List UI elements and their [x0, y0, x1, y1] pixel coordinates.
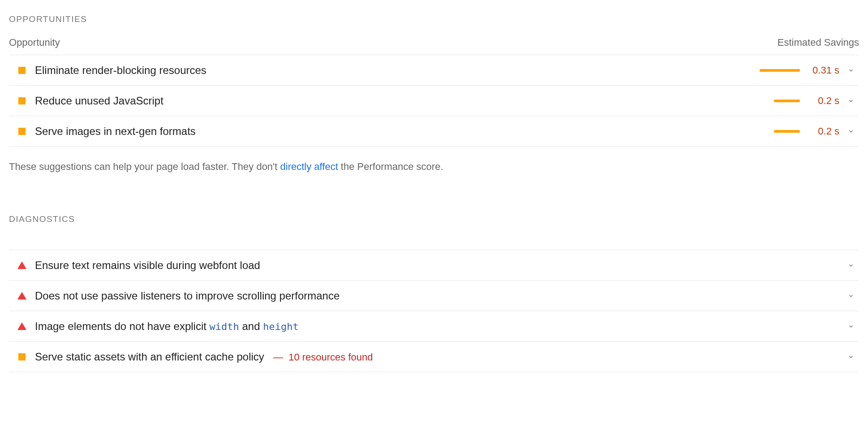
- savings-bar: [760, 69, 800, 72]
- severity-square-icon: [9, 353, 35, 360]
- code-token: width: [210, 321, 239, 332]
- opportunity-label: Reduce unused JavaScript: [35, 95, 760, 107]
- code-token: height: [263, 321, 298, 332]
- savings-value: 0.2 s: [808, 126, 839, 137]
- diagnostic-label-pre: Image elements do not have explicit: [35, 320, 210, 332]
- opportunity-row[interactable]: Eliminate render-blocking resources0.31 …: [9, 55, 859, 86]
- diagnostic-title: Does not use passive listeners to improv…: [35, 290, 843, 302]
- col-savings-label: Estimated Savings: [778, 37, 859, 48]
- savings-bar: [760, 130, 800, 133]
- diagnostic-title: Ensure text remains visible during webfo…: [35, 259, 843, 272]
- opportunity-row[interactable]: Reduce unused JavaScript0.2 s: [9, 86, 859, 116]
- diagnostic-row[interactable]: Serve static assets with an efficient ca…: [9, 342, 859, 372]
- savings-bar: [760, 100, 800, 102]
- chevron-down-icon[interactable]: [843, 262, 859, 269]
- opportunities-footnote: These suggestions can help your page loa…: [9, 159, 859, 174]
- diagnostics-header-divider: [9, 237, 859, 250]
- savings-cell: 0.31 s: [760, 65, 839, 76]
- diagnostic-label: Does not use passive listeners to improv…: [35, 290, 339, 302]
- severity-triangle-icon: [9, 261, 35, 269]
- footnote-post: the Performance score.: [338, 161, 443, 172]
- diagnostics-heading: DIAGNOSTICS: [9, 214, 859, 224]
- savings-value: 0.31 s: [808, 65, 839, 76]
- opportunity-label: Serve images in next-gen formats: [35, 125, 760, 138]
- savings-cell: 0.2 s: [760, 126, 839, 137]
- suffix-dash: —: [273, 352, 283, 363]
- suffix-text: 10 resources found: [288, 352, 373, 363]
- footnote-pre: These suggestions can help your page loa…: [9, 161, 280, 172]
- severity-square-icon: [9, 97, 35, 104]
- diagnostic-title: Image elements do not have explicit widt…: [35, 320, 843, 333]
- severity-square-icon: [9, 67, 35, 74]
- diagnostic-row[interactable]: Image elements do not have explicit widt…: [9, 311, 859, 342]
- severity-square-icon: [9, 128, 35, 135]
- savings-cell: 0.2 s: [760, 95, 839, 107]
- savings-value: 0.2 s: [808, 95, 839, 107]
- diagnostic-suffix: — 10 resources found: [268, 352, 373, 363]
- chevron-down-icon[interactable]: [843, 323, 859, 330]
- diagnostic-row[interactable]: Ensure text remains visible during webfo…: [9, 250, 859, 281]
- chevron-down-icon[interactable]: [843, 67, 859, 74]
- opportunities-column-headers: Opportunity Estimated Savings: [9, 37, 859, 55]
- footnote-link[interactable]: directly affect: [280, 161, 338, 172]
- col-opportunity-label: Opportunity: [9, 37, 60, 48]
- diagnostic-label-mid: and: [239, 320, 263, 332]
- opportunities-heading: OPPORTUNITIES: [9, 14, 859, 24]
- severity-triangle-icon: [9, 322, 35, 330]
- chevron-down-icon[interactable]: [843, 98, 859, 104]
- diagnostic-label: Serve static assets with an efficient ca…: [35, 351, 264, 363]
- diagnostic-label: Ensure text remains visible during webfo…: [35, 259, 260, 271]
- chevron-down-icon[interactable]: [843, 293, 859, 299]
- chevron-down-icon[interactable]: [843, 128, 859, 135]
- opportunity-label: Eliminate render-blocking resources: [35, 64, 760, 77]
- diagnostic-row[interactable]: Does not use passive listeners to improv…: [9, 281, 859, 311]
- severity-triangle-icon: [9, 292, 35, 299]
- chevron-down-icon[interactable]: [843, 354, 859, 360]
- diagnostic-title: Serve static assets with an efficient ca…: [35, 351, 843, 363]
- opportunity-row[interactable]: Serve images in next-gen formats0.2 s: [9, 116, 859, 147]
